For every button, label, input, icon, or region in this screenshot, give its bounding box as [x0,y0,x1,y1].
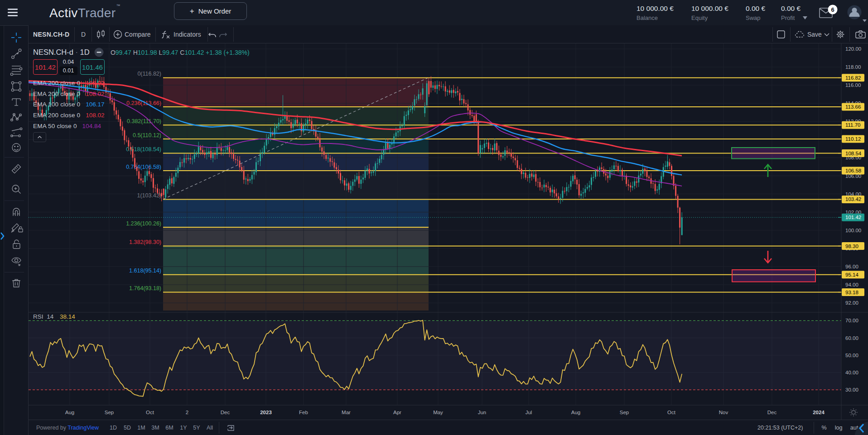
svg-text:108.54: 108.54 [845,151,862,156]
svg-text:Jun: Jun [478,410,487,415]
svg-text:116.82: 116.82 [845,75,861,81]
svg-text:Sep: Sep [620,410,629,415]
svg-text:50.00: 50.00 [845,353,858,358]
svg-text:106.58: 106.58 [845,168,861,173]
svg-text:Jul: Jul [526,410,532,415]
svg-text:92.00: 92.00 [845,300,858,306]
svg-text:Apr: Apr [393,410,401,415]
svg-text:Oct: Oct [146,410,154,415]
svg-text:2023: 2023 [260,410,272,415]
svg-text:1.236(100.26): 1.236(100.26) [126,220,161,227]
svg-text:70.00: 70.00 [845,318,858,323]
svg-text:40.00: 40.00 [845,370,858,375]
svg-text:6: 6 [831,6,834,13]
svg-text:2: 2 [186,410,188,415]
svg-text:0(116.82): 0(116.82) [137,71,161,77]
svg-text:Aug: Aug [65,410,74,415]
svg-text:30.00: 30.00 [845,387,858,392]
svg-text:116.00: 116.00 [845,82,861,88]
svg-text:100.00: 100.00 [845,228,861,233]
svg-text:Dec: Dec [767,410,777,415]
svg-text:2024: 2024 [813,410,825,415]
svg-text:Feb: Feb [299,410,308,415]
svg-text:0.5(110.12): 0.5(110.12) [133,132,161,139]
svg-text:Oct: Oct [667,410,676,415]
svg-text:95.14: 95.14 [845,272,858,277]
svg-text:May: May [433,410,443,415]
svg-text:98.30: 98.30 [845,244,858,249]
svg-text:94.00: 94.00 [845,282,858,287]
svg-text:111.70: 111.70 [845,122,860,128]
svg-text:96.00: 96.00 [845,264,858,269]
svg-text:Nov: Nov [719,410,728,415]
svg-text:1.382(98.30): 1.382(98.30) [129,239,161,245]
svg-text:110.12: 110.12 [845,136,861,142]
svg-text:103.42: 103.42 [845,196,861,202]
svg-text:118.00: 118.00 [845,64,861,70]
svg-text:93.18: 93.18 [845,290,858,295]
svg-text:1.618(95.14): 1.618(95.14) [129,268,161,274]
svg-text:Dec: Dec [221,410,230,415]
svg-text:1.764(93.18): 1.764(93.18) [129,285,161,292]
svg-text:101.42: 101.42 [845,215,861,220]
svg-text:0.764(106.58): 0.764(106.58) [126,164,161,170]
svg-text:60.00: 60.00 [845,335,858,341]
svg-text:Sep: Sep [105,410,114,415]
svg-text:113.66: 113.66 [845,104,861,110]
svg-text:Mar: Mar [342,410,351,415]
svg-text:Aug: Aug [571,410,580,415]
svg-text:120.00: 120.00 [845,46,861,52]
